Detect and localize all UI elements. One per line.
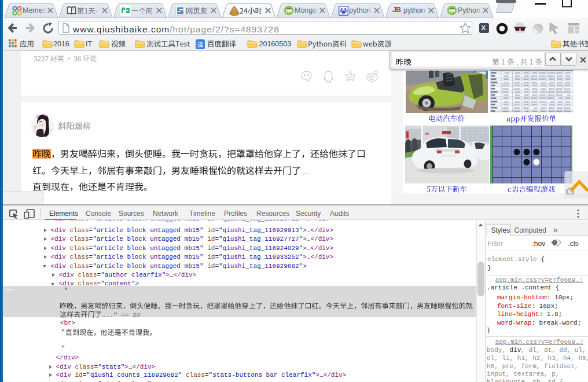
svg-text:14000: 14000: [531, 97, 538, 100]
svg-text:10000: 10000: [502, 85, 509, 87]
svg-text:1300: 1300: [540, 87, 546, 90]
svg-text:1300: 1300: [532, 91, 538, 94]
svg-text:15000: 15000: [522, 81, 529, 84]
svg-text:1000: 1000: [504, 94, 509, 97]
svg-text:100: 100: [533, 106, 537, 109]
svg-text:4000: 4000: [504, 78, 509, 81]
svg-text:1300: 1300: [504, 100, 509, 103]
svg-text:25000: 25000: [547, 75, 554, 78]
svg-text:10000: 10000: [564, 106, 571, 109]
svg-text:25000: 25000: [513, 87, 520, 90]
svg-text:1300: 1300: [549, 85, 554, 87]
svg-text:5000: 5000: [524, 75, 530, 78]
svg-text:11000: 11000: [564, 87, 571, 90]
svg-text:25000: 25000: [556, 72, 563, 75]
svg-text:2000: 2000: [565, 75, 571, 78]
svg-text:25000: 25000: [502, 91, 509, 94]
svg-text:28000: 28000: [539, 100, 546, 103]
svg-text:14000: 14000: [539, 94, 546, 97]
svg-text:4000: 4000: [524, 72, 530, 75]
svg-text:15000: 15000: [564, 110, 571, 113]
svg-text:14000: 14000: [513, 104, 520, 106]
svg-text:10000: 10000: [513, 81, 520, 84]
svg-text:1000: 1000: [532, 85, 538, 87]
svg-text:5000: 5000: [557, 106, 563, 109]
svg-text:1300: 1300: [514, 97, 520, 100]
svg-text:10000: 10000: [531, 75, 538, 78]
svg-text:2000: 2000: [540, 85, 546, 87]
svg-text:2000: 2000: [514, 72, 520, 75]
svg-text:11000: 11000: [539, 97, 546, 100]
svg-text:2000: 2000: [532, 110, 538, 113]
svg-text:5000: 5000: [504, 81, 509, 84]
svg-text:1000: 1000: [549, 78, 554, 81]
svg-text:10000: 10000: [539, 72, 546, 75]
svg-text:9000: 9000: [549, 87, 554, 90]
svg-text:28000: 28000: [547, 97, 554, 100]
svg-text:1000: 1000: [557, 75, 563, 78]
svg-text:11000: 11000: [556, 91, 563, 94]
svg-text:4000: 4000: [565, 100, 571, 103]
svg-text:28000: 28000: [513, 110, 520, 113]
svg-text:15000: 15000: [539, 75, 546, 78]
svg-text:15000: 15000: [513, 85, 520, 87]
svg-text:11000: 11000: [531, 100, 538, 103]
svg-text:9000: 9000: [540, 91, 546, 94]
svg-text:4000: 4000: [549, 106, 554, 109]
svg-text:2000: 2000: [504, 97, 509, 100]
svg-text:2000: 2000: [524, 91, 530, 94]
svg-text:25000: 25000: [522, 85, 529, 87]
svg-text:10000: 10000: [556, 110, 563, 113]
svg-text:2000: 2000: [549, 104, 554, 106]
svg-text:1000: 1000: [524, 87, 530, 90]
svg-text:2000: 2000: [557, 100, 563, 103]
svg-text:28000: 28000: [522, 106, 529, 109]
svg-text:25000: 25000: [531, 81, 538, 84]
svg-text:1300: 1300: [524, 94, 530, 97]
svg-text:2000: 2000: [549, 81, 554, 84]
svg-text:10000: 10000: [522, 78, 529, 81]
svg-text:2000: 2000: [557, 78, 563, 81]
svg-text:5000: 5000: [514, 78, 520, 81]
svg-text:4000: 4000: [557, 104, 563, 106]
svg-text:100: 100: [567, 94, 571, 97]
svg-text:14000: 14000: [522, 100, 529, 103]
svg-text:15000: 15000: [502, 87, 509, 90]
svg-text:5000: 5000: [532, 72, 538, 75]
svg-text:4000: 4000: [514, 75, 520, 78]
svg-text:2000: 2000: [504, 75, 509, 78]
svg-text:14000: 14000: [556, 87, 563, 90]
svg-text:1000: 1000: [514, 91, 520, 94]
svg-text:100: 100: [525, 110, 529, 113]
svg-text:28000: 28000: [564, 91, 571, 94]
svg-text:11000: 11000: [513, 106, 520, 109]
svg-text:11000: 11000: [547, 94, 554, 97]
svg-text:5000: 5000: [565, 104, 571, 106]
svg-text:9000: 9000: [532, 94, 538, 97]
svg-text:15000: 15000: [547, 72, 554, 75]
svg-text:14000: 14000: [547, 91, 554, 94]
svg-text:14000: 14000: [502, 106, 509, 109]
svg-text:2000: 2000: [514, 94, 520, 97]
svg-text:100: 100: [550, 100, 554, 103]
svg-text:14000: 14000: [564, 85, 571, 87]
svg-text:9000: 9000: [504, 104, 509, 106]
svg-text:9000: 9000: [514, 100, 520, 103]
svg-text:9000: 9000: [557, 85, 563, 87]
svg-text:2000: 2000: [540, 106, 546, 109]
svg-text:5000: 5000: [549, 110, 554, 113]
svg-text:15000: 15000: [531, 78, 538, 81]
svg-text:11000: 11000: [523, 104, 530, 106]
svg-text:2000: 2000: [532, 87, 538, 90]
svg-text:1300: 1300: [565, 78, 571, 81]
svg-text:9000: 9000: [524, 97, 530, 100]
svg-text:1300: 1300: [557, 81, 563, 84]
svg-text:28000: 28000: [531, 104, 538, 106]
svg-text:2000: 2000: [565, 97, 571, 100]
svg-text:4000: 4000: [540, 110, 546, 113]
svg-text:100: 100: [542, 104, 546, 106]
svg-text:11000: 11000: [502, 110, 509, 113]
svg-text:28000: 28000: [556, 94, 563, 97]
svg-text:1000: 1000: [540, 81, 546, 84]
svg-text:100: 100: [558, 97, 562, 100]
